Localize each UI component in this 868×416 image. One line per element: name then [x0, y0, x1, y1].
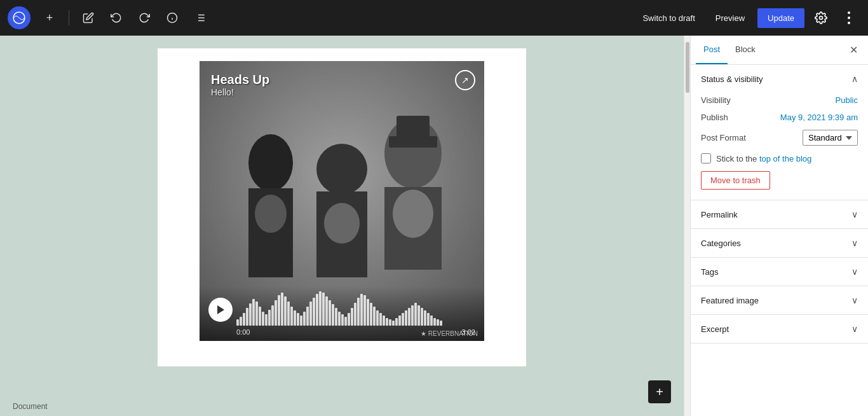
scrollbar-thumb[interactable]: [686, 42, 689, 93]
section-featured-image: Featured image ∨: [691, 286, 868, 315]
waveform-bar: [370, 303, 372, 326]
redo-icon: [139, 12, 150, 24]
tab-block[interactable]: Block: [728, 36, 763, 64]
waveform-bar: [344, 317, 347, 326]
add-block-button[interactable]: +: [38, 6, 61, 29]
move-to-trash-button[interactable]: Move to trash: [701, 171, 770, 190]
reverbnation-badge: ★ REVERBNATION: [421, 330, 478, 337]
waveform-bar: [290, 307, 293, 326]
post-format-label: Post Format: [701, 133, 746, 142]
waveform-bar: [319, 291, 322, 326]
waveform-bar: [367, 299, 369, 326]
close-sidebar-button[interactable]: ✕: [844, 39, 863, 61]
pen-icon: [83, 12, 94, 24]
play-button[interactable]: [208, 298, 233, 322]
toolbar-divider-1: [69, 10, 69, 25]
preview-button[interactable]: Preview: [708, 10, 752, 27]
waveform-bar: [398, 315, 401, 326]
publish-label: Publish: [701, 113, 728, 122]
waveform-bar: [297, 313, 299, 326]
more-options-button[interactable]: [837, 6, 860, 29]
play-icon: [216, 305, 225, 315]
section-header-permalink[interactable]: Permalink ∨: [691, 200, 868, 228]
waveform-bar: [395, 318, 398, 326]
chevron-tags: ∨: [851, 267, 858, 277]
waveform-bar: [392, 321, 395, 326]
waveform-bar: [402, 313, 404, 326]
waveform-bar: [421, 308, 423, 326]
waveform-bar: [265, 314, 268, 326]
svg-point-26: [324, 203, 360, 244]
section-header-excerpt[interactable]: Excerpt ∨: [691, 315, 868, 343]
sidebar: Post Block ✕ Status & visibility ∧ Visib…: [690, 36, 868, 416]
tab-post[interactable]: Post: [696, 36, 728, 64]
stick-to-top-link[interactable]: top of the blog: [759, 154, 811, 163]
waveform-bar: [249, 303, 252, 326]
section-header-featured-image[interactable]: Featured image ∨: [691, 286, 868, 314]
waveform-bar: [236, 319, 239, 326]
waveform-bar: [278, 295, 280, 326]
editor-content: Heads Up Hello! ↗: [158, 48, 526, 366]
post-format-row: Post Format Standard Aside Image Video Q…: [701, 130, 858, 146]
svg-rect-23: [397, 116, 430, 139]
waveform-bar: [360, 294, 363, 326]
svg-point-25: [255, 195, 287, 233]
waveform-bar: [363, 295, 366, 326]
svg-point-12: [848, 17, 850, 19]
main-area: Heads Up Hello! ↗: [0, 36, 868, 416]
svg-point-11: [848, 11, 850, 14]
waveform-bar: [284, 296, 287, 326]
section-title-status-visibility: Status & visibility: [701, 74, 763, 84]
settings-button[interactable]: [810, 6, 832, 29]
waveform-bar: [325, 296, 328, 326]
waveform-bar: [259, 307, 261, 326]
post-format-select[interactable]: Standard Aside Image Video Quote Link Ga…: [803, 130, 858, 146]
svg-point-18: [316, 144, 367, 195]
waveform-bar: [306, 307, 309, 326]
list-view-button[interactable]: [189, 6, 212, 29]
svg-point-16: [248, 134, 293, 191]
band-photo: Heads Up Hello! ↗: [200, 61, 484, 341]
svg-point-10: [820, 17, 823, 20]
visibility-value[interactable]: Public: [836, 95, 858, 105]
update-button[interactable]: Update: [757, 8, 804, 28]
waveform-bar: [294, 310, 296, 326]
waveform-bar: [433, 318, 436, 326]
editor-canvas[interactable]: Heads Up Hello! ↗: [0, 36, 684, 416]
stick-to-top-label: Stick to the top of the blog: [716, 154, 811, 163]
section-status-visibility: Status & visibility ∧ Visibility Public …: [691, 65, 868, 200]
section-header-status-visibility[interactable]: Status & visibility ∧: [691, 65, 868, 93]
share-button[interactable]: ↗: [455, 70, 475, 90]
section-header-tags[interactable]: Tags ∨: [691, 258, 868, 286]
add-block-floating-button[interactable]: +: [648, 380, 671, 403]
track-title: Heads Up: [211, 73, 269, 87]
redo-button[interactable]: [133, 6, 156, 29]
undo-button[interactable]: [105, 6, 128, 29]
editor-toolbar: +: [0, 0, 868, 36]
main-scrollbar: [684, 36, 690, 416]
wp-logo[interactable]: [8, 6, 31, 29]
switch-to-draft-button[interactable]: Switch to draft: [635, 10, 702, 27]
stick-to-top-checkbox[interactable]: [701, 153, 711, 163]
sidebar-content: Status & visibility ∧ Visibility Public …: [691, 65, 868, 416]
info-button[interactable]: [161, 6, 184, 29]
wordpress-icon: [13, 11, 25, 24]
edit-button[interactable]: [77, 6, 100, 29]
more-icon: [848, 11, 850, 24]
section-header-categories[interactable]: Categories ∨: [691, 229, 868, 257]
chevron-featured-image: ∨: [851, 295, 858, 305]
waveform-bar: [437, 319, 439, 326]
waveform-bar: [348, 313, 350, 326]
visibility-row: Visibility Public: [701, 95, 858, 105]
time-start: 0:00: [236, 328, 250, 336]
waveform-bar: [427, 313, 430, 326]
publish-value[interactable]: May 9, 2021 9:39 am: [780, 113, 858, 122]
waveform-bar: [313, 298, 315, 326]
track-info: Heads Up Hello!: [211, 73, 269, 97]
waveform-bar: [430, 315, 433, 326]
waveform-bar: [373, 307, 376, 326]
waveform-bar: [424, 310, 426, 326]
music-player-block: Heads Up Hello! ↗: [200, 61, 484, 341]
section-categories: Categories ∨: [691, 229, 868, 258]
settings-icon: [815, 11, 827, 24]
